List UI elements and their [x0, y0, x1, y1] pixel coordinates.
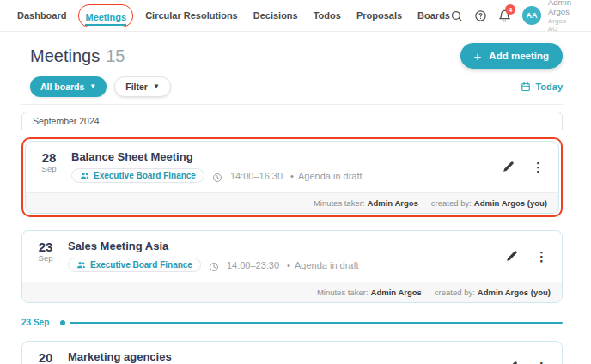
today-button[interactable]: Today [521, 82, 563, 92]
meeting-card-footer: Minutes taker:Admin Argos created by:Adm… [26, 192, 558, 213]
created-by: created by:Admin Argos (you) [435, 288, 551, 297]
meeting-time: 14:00–16:30 [230, 171, 283, 181]
chevron-down-icon: ▼ [89, 83, 96, 90]
users-icon [80, 171, 89, 180]
nav-item-circular-resolutions[interactable]: Circular Resolutions [145, 10, 238, 21]
annotation-highlight-meetings: Meetings [78, 4, 133, 27]
plus-icon: + [474, 50, 482, 63]
minutes-taker: Minutes taker:Admin Argos [314, 198, 418, 208]
user-menu[interactable]: Admin Argos Argos AG [548, 0, 574, 33]
kebab-menu-icon: ⋮ [532, 161, 545, 173]
status-dot: • [290, 171, 294, 181]
nav-item-boards[interactable]: Boards [417, 10, 450, 21]
nav-item-dashboard[interactable]: Dashboard [17, 10, 66, 21]
pencil-icon [506, 250, 518, 262]
minutes-taker: Minutes taker:Admin Argos [317, 288, 422, 297]
meetings-page: Dashboard Meetings Circular Resolutions … [0, 0, 591, 364]
clock-icon [209, 260, 219, 270]
main-nav: Dashboard Meetings Circular Resolutions … [17, 8, 450, 24]
meetings-count: 15 [106, 46, 125, 65]
edit-meeting-button[interactable] [504, 248, 520, 264]
chevron-down-icon: ▼ [153, 83, 160, 90]
meeting-options-button[interactable]: ⋮ [533, 359, 550, 364]
notifications-bell-icon[interactable]: 4 [498, 9, 511, 22]
kebab-menu-icon: ⋮ [535, 250, 548, 263]
board-badge: Executive Board Finance [68, 258, 201, 272]
clock-icon [212, 171, 222, 181]
user-avatar[interactable]: AA [522, 6, 541, 25]
meeting-options-button[interactable]: ⋮ [533, 248, 550, 264]
divider-dot [60, 320, 65, 325]
meeting-date: 20 Sep [34, 350, 57, 364]
filter-dropdown[interactable]: Filter ▼ [114, 76, 171, 97]
meeting-status: • Agenda in draft [290, 171, 362, 181]
month-group-header: September 2024 [21, 112, 563, 130]
edit-meeting-button[interactable] [504, 359, 520, 364]
created-by: created by:Admin Argos (you) [431, 198, 547, 208]
users-icon [76, 260, 86, 270]
nav-item-decisions[interactable]: Decisions [253, 10, 298, 21]
meeting-date: 28 Sep [38, 150, 60, 174]
meeting-status: • Agenda in draft [287, 260, 358, 270]
nav-item-meetings[interactable]: Meetings [85, 12, 126, 26]
meeting-title: Marketing agencies [68, 350, 484, 363]
nav-item-todos[interactable]: Todos [314, 10, 341, 21]
meeting-title: Sales Meeting Asia [68, 240, 484, 252]
status-dot: • [287, 260, 290, 270]
add-meeting-button[interactable]: + Add meeting [460, 43, 563, 69]
divider-date-label: 23 Sep [21, 318, 49, 327]
calendar-icon [521, 82, 531, 92]
content-area: Meetings15 + Add meeting All boards ▼ Fi… [0, 43, 591, 364]
user-name: Admin Argos [548, 0, 574, 17]
current-date-divider: 23 Sep [21, 318, 563, 327]
header-separator [21, 104, 563, 105]
pencil-icon [503, 161, 515, 173]
meeting-card[interactable]: 23 Sep Sales Meeting Asia Executive Boar… [21, 230, 563, 303]
divider-line [70, 322, 563, 324]
board-badge: Executive Board Finance [71, 168, 204, 183]
meeting-card-footer: Minutes taker:Admin Argos created by:Adm… [22, 282, 562, 302]
page-title: Meetings15 [30, 46, 125, 66]
nav-item-proposals[interactable]: Proposals [356, 10, 402, 21]
meeting-title: Balance Sheet Meeting [71, 150, 481, 163]
kebab-menu-icon: ⋮ [535, 361, 548, 364]
edit-meeting-button[interactable] [501, 159, 516, 174]
annotation-highlight-card: 28 Sep Balance Sheet Meeting Executive B… [21, 137, 563, 217]
search-icon[interactable] [450, 9, 463, 22]
meeting-date: 23 Sep [34, 240, 57, 264]
help-icon[interactable] [474, 9, 487, 22]
user-organization: Argos AG [548, 17, 574, 33]
meeting-time: 14:00–23:30 [227, 260, 279, 270]
meeting-card[interactable]: 28 Sep Balance Sheet Meeting Executive B… [25, 141, 559, 214]
meeting-card[interactable]: 20 Sep Marketing agencies Executive Boar… [21, 341, 563, 364]
all-boards-dropdown[interactable]: All boards ▼ [30, 76, 107, 97]
notification-count-badge: 4 [505, 4, 515, 15]
top-nav-actions: 4 AA Admin Argos Argos AG Apollo.ai [450, 0, 591, 33]
top-navigation: Dashboard Meetings Circular Resolutions … [0, 0, 591, 32]
meeting-options-button[interactable]: ⋮ [530, 159, 546, 175]
pencil-icon [506, 361, 518, 364]
